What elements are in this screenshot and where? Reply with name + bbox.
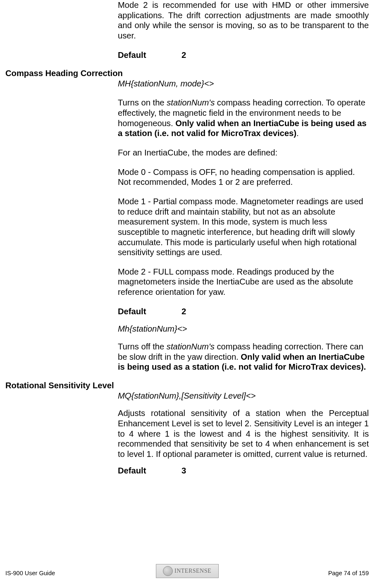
footer-logo-wrap: INTERSENSE [156,564,219,578]
rotational-syntax: MQ{stationNum},[Sensitivity Level]<> [118,391,369,401]
footer-page-number: Page 74 of 159 [328,570,369,577]
text-run: Turns off the [118,342,167,351]
compass-syntax-off: Mh{stationNum}<> [118,324,369,334]
document-page: Mode 2 is recommended for use with HMD o… [0,0,375,588]
default-value: 2 [182,50,186,60]
rotational-default-row: Default 3 [118,466,369,476]
footer-doc-title: IS-900 User Guide [5,570,55,577]
intro-paragraph: Mode 2 is recommended for use with HMD o… [118,0,369,41]
compass-mode-0: Mode 0 - Compass is OFF, no heading comp… [118,167,369,187]
compass-syntax-on: MH{stationNum, mode}<> [118,79,369,89]
intro-default-row: Default 2 [118,50,369,60]
section-heading-rotational: Rotational Sensitivity Level [5,380,369,391]
default-label: Default [118,50,146,60]
compass-paragraph-off: Turns off the stationNum's compass headi… [118,342,369,372]
compass-modes-intro: For an InertiaCube, the modes are define… [118,148,369,158]
text-run-italic: stationNum's [167,342,215,351]
intersense-logo: INTERSENSE [156,564,219,578]
section-heading-compass: Compass Heading Correction [5,68,369,79]
default-label: Default [118,307,146,316]
globe-icon [163,566,173,576]
page-footer: IS-900 User Guide Page 74 of 159 INTERSE… [5,570,369,577]
text-run: Turns on the [118,98,167,107]
text-run: . [296,129,299,138]
compass-mode-1: Mode 1 - Partial compass mode. Magnetome… [118,196,369,258]
text-run-italic: stationNum's [167,98,215,107]
compass-default-row: Default 2 [118,306,369,317]
logo-text: INTERSENSE [174,567,211,574]
default-value: 2 [182,306,186,317]
rotational-paragraph: Adjusts rotational sensitivity of a stat… [118,408,369,459]
default-label: Default [118,466,146,475]
compass-paragraph-1: Turns on the stationNum's compass headin… [118,98,369,139]
page-content: Mode 2 is recommended for use with HMD o… [5,0,369,476]
compass-mode-2: Mode 2 - FULL compass mode. Readings pro… [118,267,369,297]
default-value: 3 [182,466,186,476]
